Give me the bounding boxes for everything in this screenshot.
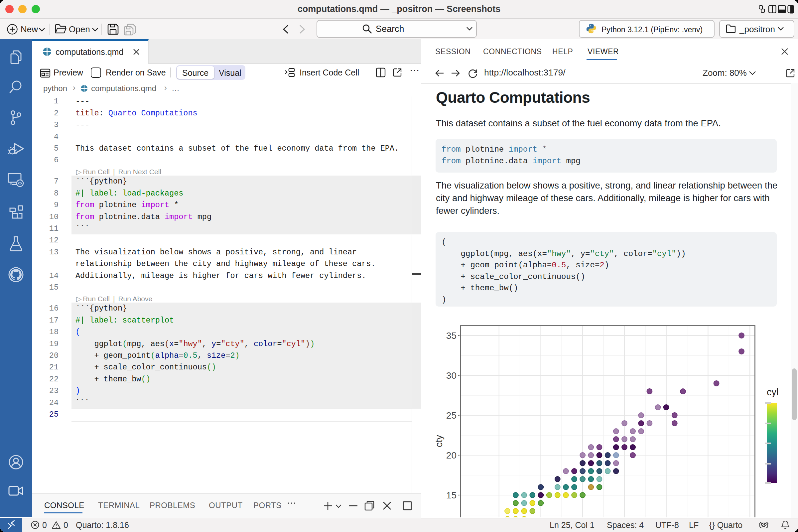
svg-text:20: 20	[446, 450, 457, 460]
svg-text:15: 15	[446, 490, 457, 500]
svg-text:25: 25	[446, 410, 457, 421]
svg-text:30: 30	[446, 370, 457, 381]
svg-text:35: 35	[446, 330, 457, 341]
